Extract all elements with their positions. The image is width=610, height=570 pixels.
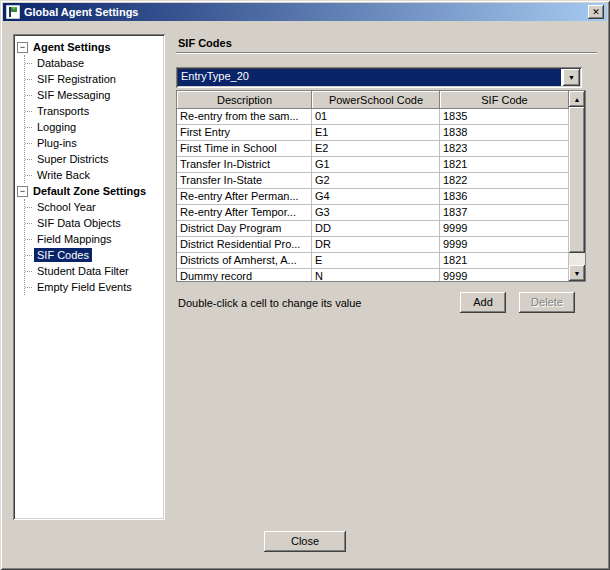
table-cell[interactable]: E2 (312, 141, 440, 157)
tree-section: −Default Zone SettingsSchool YearSIF Dat… (16, 183, 163, 295)
arrow-up-icon: ▲ (574, 96, 581, 103)
close-button[interactable]: Close (264, 531, 346, 552)
table-cell[interactable]: District Day Program (177, 221, 312, 237)
table-row[interactable]: First Time in SchoolE21823 (177, 141, 569, 157)
chevron-down-icon: ▼ (568, 74, 575, 81)
table-row[interactable]: First EntryE11838 (177, 125, 569, 141)
table-cell[interactable]: 1837 (440, 205, 569, 221)
table-cell[interactable]: 1823 (440, 141, 569, 157)
tree-item-logging[interactable]: Logging (25, 119, 163, 135)
column-header-description[interactable]: Description (177, 91, 312, 109)
table-row[interactable]: District Residential Pro...DR9999 (177, 237, 569, 253)
table-cell[interactable]: First Time in School (177, 141, 312, 157)
table-cell[interactable]: 1835 (440, 109, 569, 125)
heading-divider (176, 52, 597, 54)
tree-item-empty-field-events[interactable]: Empty Field Events (25, 279, 163, 295)
table-row[interactable]: Districts of Amherst, A...E1821 (177, 253, 569, 269)
table-cell[interactable]: Re-entry After Perman... (177, 189, 312, 205)
tree-node-default-zone-settings[interactable]: −Default Zone Settings (16, 183, 163, 199)
tree-item-student-data-filter[interactable]: Student Data Filter (25, 263, 163, 279)
table-main: DescriptionPowerSchool CodeSIF Code Re-e… (177, 91, 569, 281)
table-row[interactable]: Re-entry After Perman...G41836 (177, 189, 569, 205)
tree-item-field-mappings[interactable]: Field Mappings (25, 231, 163, 247)
table-cell[interactable]: G4 (312, 189, 440, 205)
table-cell[interactable]: E (312, 253, 440, 269)
table-cell[interactable]: Transfer In-State (177, 173, 312, 189)
combobox-value: EntryType_20 (178, 69, 561, 86)
table-row[interactable]: District Day ProgramDD9999 (177, 221, 569, 237)
table-scrollbar[interactable]: ▲ ▼ (569, 91, 585, 281)
table-cell[interactable]: 9999 (440, 269, 569, 281)
table-row[interactable]: Transfer In-DistrictG11821 (177, 157, 569, 173)
scroll-down-button[interactable]: ▼ (569, 265, 585, 281)
scrollbar-thumb[interactable] (569, 107, 585, 253)
table-cell[interactable]: N (312, 269, 440, 281)
column-header-sif-code[interactable]: SIF Code (440, 91, 569, 109)
table-cell[interactable]: E1 (312, 125, 440, 141)
tree-connector (25, 95, 32, 96)
table-cell[interactable]: G2 (312, 173, 440, 189)
table-cell[interactable]: 1821 (440, 253, 569, 269)
table-cell[interactable]: 1821 (440, 157, 569, 173)
table-cell[interactable]: 1838 (440, 125, 569, 141)
combobox-dropdown-button[interactable]: ▼ (563, 69, 580, 86)
tree-item-sif-data-objects[interactable]: SIF Data Objects (25, 215, 163, 231)
tree-item-sif-registration[interactable]: SIF Registration (25, 71, 163, 87)
page-title: SIF Codes (178, 37, 232, 49)
tree-item-sif-codes[interactable]: SIF Codes (25, 247, 163, 263)
tree-item-database[interactable]: Database (25, 55, 163, 71)
table-cell[interactable]: District Residential Pro... (177, 237, 312, 253)
tree-item-transports[interactable]: Transports (25, 103, 163, 119)
table-cell[interactable]: First Entry (177, 125, 312, 141)
table-cell[interactable]: DD (312, 221, 440, 237)
table-cell[interactable]: 01 (312, 109, 440, 125)
table-cell[interactable]: Districts of Amherst, A... (177, 253, 312, 269)
table-cell[interactable]: 9999 (440, 221, 569, 237)
table-cell[interactable]: DR (312, 237, 440, 253)
tree-node-agent-settings[interactable]: −Agent Settings (16, 39, 163, 55)
tree-item-super-districts[interactable]: Super Districts (25, 151, 163, 167)
table-cell[interactable]: Dummy record (177, 269, 312, 281)
add-button[interactable]: Add (460, 292, 506, 313)
tree-item-label: Field Mappings (34, 232, 115, 246)
tree-section-label: Agent Settings (31, 41, 113, 53)
table-cell[interactable]: 1836 (440, 189, 569, 205)
column-header-powerschool-code[interactable]: PowerSchool Code (312, 91, 440, 109)
titlebar-close-button[interactable]: ✕ (588, 5, 604, 19)
tree-connector (25, 255, 32, 256)
tree-children: School YearSIF Data ObjectsField Mapping… (24, 199, 163, 295)
tree-item-write-back[interactable]: Write Back (25, 167, 163, 183)
hint-text: Double-click a cell to change its value (178, 297, 361, 309)
tree-item-label: SIF Codes (34, 248, 92, 262)
tree-connector (25, 111, 32, 112)
tree-connector (25, 175, 32, 176)
titlebar[interactable]: Global Agent Settings ✕ (3, 3, 607, 21)
code-set-combobox[interactable]: EntryType_20 ▼ (176, 67, 582, 88)
tree-item-school-year[interactable]: School Year (25, 199, 163, 215)
settings-tree: −Agent SettingsDatabaseSIF RegistrationS… (13, 34, 165, 520)
tree-children: DatabaseSIF RegistrationSIF MessagingTra… (24, 55, 163, 183)
table-cell[interactable]: Transfer In-District (177, 157, 312, 173)
scroll-up-button[interactable]: ▲ (569, 91, 585, 107)
table-body: Re-entry from the sam...011835First Entr… (177, 109, 569, 281)
collapse-icon[interactable]: − (17, 42, 28, 53)
table-cell[interactable]: 1822 (440, 173, 569, 189)
table-cell[interactable]: G3 (312, 205, 440, 221)
table-cell[interactable]: Re-entry from the sam... (177, 109, 312, 125)
tree-connector (25, 287, 32, 288)
collapse-icon[interactable]: − (17, 186, 28, 197)
table-row[interactable]: Re-entry After Tempor...G31837 (177, 205, 569, 221)
tree-item-label: Logging (34, 120, 79, 134)
table-row[interactable]: Re-entry from the sam...011835 (177, 109, 569, 125)
tree-section-label: Default Zone Settings (31, 185, 148, 197)
table-row[interactable]: Transfer In-StateG21822 (177, 173, 569, 189)
tree-item-plug-ins[interactable]: Plug-ins (25, 135, 163, 151)
tree-item-sif-messaging[interactable]: SIF Messaging (25, 87, 163, 103)
table-row[interactable]: Dummy recordN9999 (177, 269, 569, 281)
table-cell[interactable]: Re-entry After Tempor... (177, 205, 312, 221)
table-cell[interactable]: G1 (312, 157, 440, 173)
tree-item-label: Transports (34, 104, 92, 118)
table-cell[interactable]: 9999 (440, 237, 569, 253)
tree-item-label: Student Data Filter (34, 264, 132, 278)
tree-connector (25, 223, 32, 224)
